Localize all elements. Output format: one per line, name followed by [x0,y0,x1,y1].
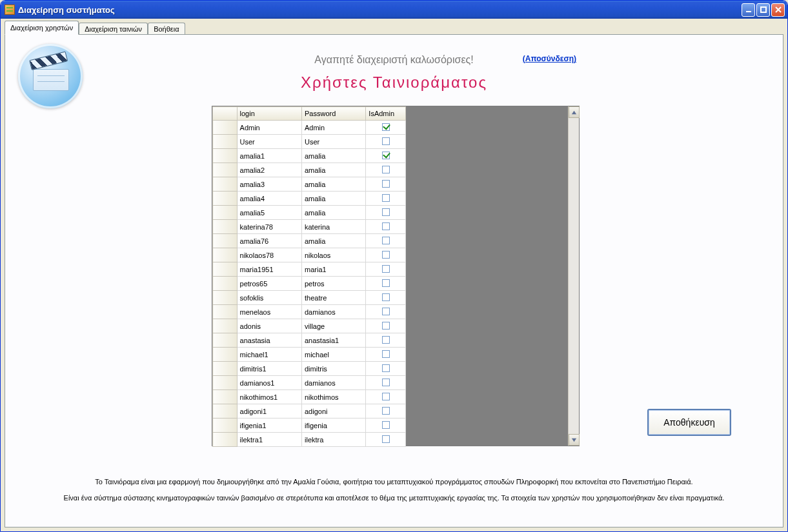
table-row[interactable]: amalia76amalia [213,234,406,248]
row-header[interactable] [213,220,237,234]
table-row[interactable]: ilektra1ilektra [213,433,406,447]
row-header[interactable] [213,262,237,277]
row-header[interactable] [213,248,237,262]
cell-login[interactable]: adonis [237,319,301,333]
cell-login[interactable]: amalia5 [237,206,301,220]
cell-isadmin[interactable] [366,262,406,277]
row-header[interactable] [213,149,237,163]
cell-isadmin[interactable] [366,277,406,291]
table-row[interactable]: adonisvillage [213,319,406,333]
cell-password[interactable]: amalia [302,192,366,206]
table-row[interactable]: UserUser [213,135,406,149]
isadmin-checkbox[interactable] [382,152,390,159]
cell-login[interactable]: adigoni1 [237,404,301,419]
cell-password[interactable]: Admin [302,121,366,135]
cell-login[interactable]: damianos1 [237,376,301,390]
cell-isadmin[interactable] [366,248,406,262]
row-header[interactable] [213,277,237,291]
cell-password[interactable]: amalia [302,234,366,248]
cell-password[interactable]: dimitris [302,362,366,376]
row-header[interactable] [213,376,237,390]
row-header-corner[interactable] [213,107,237,121]
cell-password[interactable]: amalia [302,163,366,177]
cell-login[interactable]: menelaos [237,305,301,319]
isadmin-checkbox[interactable] [382,166,390,173]
cell-isadmin[interactable] [366,348,406,362]
isadmin-checkbox[interactable] [382,322,390,330]
isadmin-checkbox[interactable] [382,293,390,301]
isadmin-checkbox[interactable] [382,208,390,216]
cell-password[interactable]: damianos [302,305,366,319]
table-row[interactable]: anastasiaanastasia1 [213,333,406,348]
cell-login[interactable]: amalia1 [237,149,301,163]
isadmin-checkbox[interactable] [382,237,390,244]
titlebar[interactable]: Διαχείρηση συστήματος [1,1,787,19]
table-row[interactable]: menelaosdamianos [213,305,406,319]
save-button[interactable]: Αποθήκευση [647,409,731,436]
cell-isadmin[interactable] [366,305,406,319]
cell-password[interactable]: amalia [302,206,366,220]
cell-isadmin[interactable] [366,376,406,390]
table-row[interactable]: dimitris1dimitris [213,362,406,376]
maximize-button[interactable] [756,3,770,17]
table-row[interactable]: sofoklistheatre [213,291,406,305]
cell-password[interactable]: amalia [302,149,366,163]
table-row[interactable]: katerina78katerina [213,220,406,234]
row-header[interactable] [213,404,237,419]
cell-login[interactable]: nikothimos1 [237,390,301,404]
table-row[interactable]: amalia4amalia [213,192,406,206]
row-header[interactable] [213,362,237,376]
row-header[interactable] [213,192,237,206]
cell-login[interactable]: ifigenia1 [237,419,301,433]
table-row[interactable]: damianos1damianos [213,376,406,390]
isadmin-checkbox[interactable] [382,336,390,344]
minimize-button[interactable] [742,3,755,17]
grid-scrollbar[interactable] [568,106,579,446]
cell-login[interactable]: dimitris1 [237,362,301,376]
cell-login[interactable]: anastasia [237,333,301,348]
table-row[interactable]: michael1michael [213,348,406,362]
cell-isadmin[interactable] [366,333,406,348]
cell-password[interactable]: anastasia1 [302,333,366,348]
cell-login[interactable]: katerina78 [237,220,301,234]
table-row[interactable]: amalia1amalia [213,149,406,163]
cell-login[interactable]: ilektra1 [237,433,301,447]
cell-isadmin[interactable] [366,206,406,220]
close-button[interactable] [771,3,785,17]
col-login[interactable]: login [237,107,301,121]
cell-login[interactable]: sofoklis [237,291,301,305]
isadmin-checkbox[interactable] [382,251,390,259]
isadmin-checkbox[interactable] [382,265,390,273]
tab-users[interactable]: Διαχείριση χρηστών [5,21,79,35]
cell-login[interactable]: petros65 [237,277,301,291]
cell-isadmin[interactable] [366,404,406,419]
cell-isadmin[interactable] [366,192,406,206]
cell-isadmin[interactable] [366,419,406,433]
cell-password[interactable]: nikolaos [302,248,366,262]
scroll-down-button[interactable] [569,434,580,446]
col-password[interactable]: Password [302,107,366,121]
cell-isadmin[interactable] [366,149,406,163]
cell-password[interactable]: village [302,319,366,333]
row-header[interactable] [213,163,237,177]
cell-isadmin[interactable] [366,319,406,333]
cell-isadmin[interactable] [366,177,406,192]
table-row[interactable]: ifigenia1ifigenia [213,419,406,433]
cell-password[interactable]: theatre [302,291,366,305]
row-header[interactable] [213,319,237,333]
cell-login[interactable]: User [237,135,301,149]
isadmin-checkbox[interactable] [382,180,390,188]
isadmin-checkbox[interactable] [382,435,390,443]
cell-login[interactable]: michael1 [237,348,301,362]
row-header[interactable] [213,291,237,305]
cell-isadmin[interactable] [366,433,406,447]
row-header[interactable] [213,419,237,433]
isadmin-checkbox[interactable] [382,123,390,131]
cell-isadmin[interactable] [366,135,406,149]
table-row[interactable]: maria1951maria1 [213,262,406,277]
row-header[interactable] [213,348,237,362]
isadmin-checkbox[interactable] [382,421,390,429]
isadmin-checkbox[interactable] [382,379,390,386]
cell-login[interactable]: amalia2 [237,163,301,177]
users-table[interactable]: login Password IsAdmin AdminAdminUserUse… [212,106,406,447]
